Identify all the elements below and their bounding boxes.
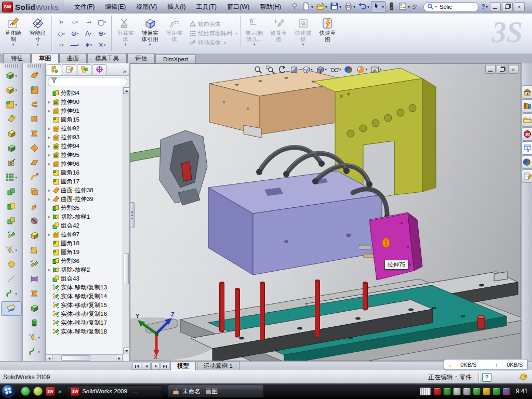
zoom-area-button[interactable]: [264, 65, 276, 74]
tree-filter-input[interactable]: [48, 77, 127, 86]
solidworks-resources-tab[interactable]: [522, 85, 532, 99]
sketch-entity-button-2[interactable]: ~▾: [82, 17, 95, 28]
sketch-draw-button[interactable]: 草图绘 制▾: [1, 15, 25, 52]
cut-button[interactable]: [1, 141, 22, 156]
dropdown-caret-icon[interactable]: ▾: [36, 43, 38, 47]
ref-geometry-button[interactable]: *▾: [24, 330, 45, 345]
sketch-entity-button-5[interactable]: ⊘▾: [68, 28, 82, 39]
tab-next-button[interactable]: [151, 363, 160, 370]
offset-entities-button[interactable]: 等距实 体: [162, 15, 187, 52]
panel-tabs-overflow-chevron[interactable]: »: [123, 68, 128, 75]
expander-icon[interactable]: [47, 216, 51, 219]
mid-surface-button[interactable]: [24, 243, 45, 258]
doc-tab-模型[interactable]: 模型: [170, 361, 196, 370]
dropdown-caret-icon[interactable]: ▾: [12, 43, 14, 47]
trim-surface-button[interactable]: [24, 272, 45, 287]
trim-entities-button[interactable]: 剪裁实 体▾: [113, 15, 138, 52]
custom-properties-tab[interactable]: [522, 169, 532, 183]
tree-item-组合42[interactable]: 组合42: [46, 221, 123, 230]
tab-prev-button[interactable]: [142, 363, 151, 370]
configurationmanager-tab[interactable]: [77, 64, 91, 75]
measure-button[interactable]: [1, 301, 22, 316]
curve-2-button[interactable]: ▾: [24, 345, 45, 360]
section-view-button[interactable]: [288, 65, 300, 74]
rebuild-lights-button[interactable]: [386, 2, 397, 12]
smart-dimension-button[interactable]: 60智能尺 寸▾: [25, 15, 50, 52]
curve-button[interactable]: ▾: [1, 287, 22, 301]
new-document-button[interactable]: ▾: [301, 2, 314, 12]
menu-item-4[interactable]: 工具(T): [191, 1, 222, 14]
tree-item-拉伸93[interactable]: 拉伸93: [46, 133, 123, 142]
boss-button[interactable]: [1, 127, 22, 141]
tree-item-圆角17[interactable]: 圆角17: [46, 177, 123, 186]
cylinder-ref-button[interactable]: [24, 316, 45, 330]
shield-update-tray-icon[interactable]: [493, 388, 500, 395]
untrim-surface-button[interactable]: [24, 287, 45, 301]
move-entities-button[interactable]: 移动实体▾: [190, 39, 237, 47]
tree-item-实体-移动/复制17[interactable]: 实体-移动/复制17: [46, 318, 123, 327]
extruded-boss-button[interactable]: ▾: [1, 69, 22, 83]
view-orientation-button[interactable]: ▾: [300, 65, 314, 74]
shield-power-tray-icon[interactable]: [443, 388, 451, 395]
dropdown-caret-icon[interactable]: ▾: [124, 43, 126, 47]
expander-icon[interactable]: [47, 110, 51, 113]
minimize-button[interactable]: [490, 2, 501, 11]
repair-sketch-button[interactable]: +修复草 图: [267, 15, 291, 52]
tree-item-实体-移动/复制13[interactable]: 实体-移动/复制13: [46, 283, 123, 292]
sketch-entity-button-6[interactable]: A▾: [82, 28, 95, 39]
expander-icon[interactable]: [47, 127, 51, 130]
scroll-thumb[interactable]: [124, 253, 129, 284]
3d-contentcentral-tab[interactable]: 3D: [522, 127, 532, 141]
tree-item-实体-移动/复制16[interactable]: 实体-移动/复制16: [46, 310, 123, 318]
tree-vertical-scrollbar[interactable]: [123, 87, 129, 354]
close-button[interactable]: ×: [514, 2, 525, 11]
tag-icon[interactable]: [518, 374, 528, 381]
view-palette-tab[interactable]: [522, 141, 532, 155]
tree-item-曲面-拉伸39[interactable]: 曲面-拉伸39: [46, 195, 123, 204]
tree-item-组合43[interactable]: 组合43: [46, 274, 123, 283]
toolbar-drag-handle[interactable]: [5, 64, 18, 68]
thicken-button[interactable]: [24, 301, 45, 316]
doc-close-button[interactable]: ×: [508, 65, 518, 74]
quicklaunch-messenger-icon[interactable]: [21, 387, 30, 396]
doc-minimize-button[interactable]: [485, 65, 496, 74]
tree-item-实体-移动/复制15[interactable]: 实体-移动/复制15: [46, 301, 123, 310]
tree-item-曲面-拉伸38[interactable]: 曲面-拉伸38: [46, 186, 123, 195]
open-button[interactable]: ▾: [315, 2, 328, 12]
combine-b-button[interactable]: [1, 214, 22, 229]
sketch-entity-button-10[interactable]: ∗▾: [82, 39, 95, 51]
rapid-sketch-button[interactable]: 快速草 图: [315, 15, 340, 52]
tree-item-拉伸94[interactable]: 拉伸94: [46, 142, 123, 151]
warning-tray-icon[interactable]: [483, 388, 490, 395]
display-delete-relations-button[interactable]: b显示/删 除几...▾: [242, 15, 267, 52]
linear-pattern-button[interactable]: ▾: [1, 170, 22, 185]
convert-entities-button[interactable]: 转换实 体引用▾: [138, 15, 162, 52]
quicklaunch-solidworks-icon[interactable]: SW: [46, 387, 55, 396]
expander-icon[interactable]: [47, 233, 51, 236]
freeform-button[interactable]: [24, 170, 45, 185]
expander-icon[interactable]: [47, 136, 51, 139]
swept-boss-button[interactable]: [1, 112, 22, 127]
sketch-entity-button-7[interactable]: ⊕▾: [95, 28, 109, 39]
axis-button[interactable]: [1, 272, 22, 287]
hscroll-thumb[interactable]: [61, 355, 90, 361]
network-speed-widget[interactable]: ↓ 0KB/S ↑ 0KB/S: [444, 359, 528, 370]
print-button[interactable]: ▾: [343, 2, 356, 12]
dropdown-caret-icon[interactable]: ▾: [302, 43, 304, 47]
featuremanager-tab[interactable]: [47, 64, 61, 75]
dropdown-caret-icon[interactable]: ▾: [149, 43, 151, 47]
previous-view-button[interactable]: [276, 65, 288, 74]
tree-item-分割36[interactable]: 分割36: [46, 257, 123, 265]
combine-a-button[interactable]: [1, 185, 22, 200]
menu-item-0[interactable]: 文件(F): [69, 1, 100, 14]
tab-first-button[interactable]: [132, 363, 141, 370]
display-style-button[interactable]: ▾: [314, 65, 329, 74]
ime-keyboard-icon[interactable]: [420, 388, 431, 395]
move-copy-body-button[interactable]: [1, 229, 22, 243]
menu-item-3[interactable]: 插入(I): [162, 1, 191, 14]
sketch-entity-button-1[interactable]: ○▾: [68, 17, 82, 28]
knit-surface-button[interactable]: [24, 185, 45, 200]
tree-item-圆角18[interactable]: 圆角18: [46, 239, 123, 248]
restore-button[interactable]: [502, 2, 513, 11]
taskbar-button-0[interactable]: SWSolidWorks 2009 - ...: [66, 385, 163, 397]
